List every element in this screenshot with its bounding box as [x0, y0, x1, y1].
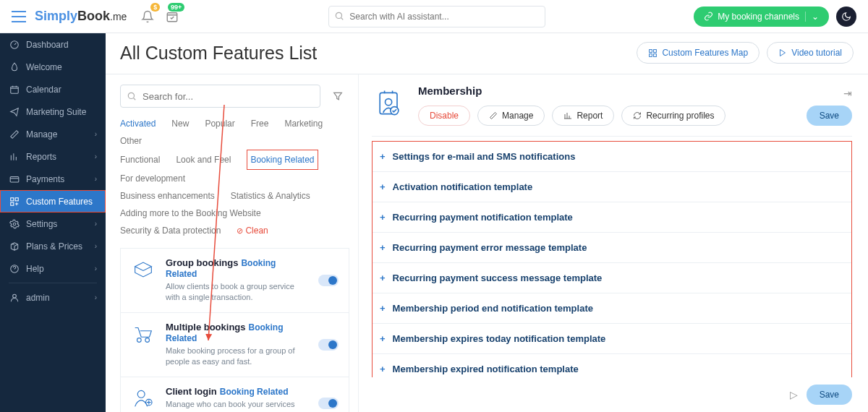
sidebar-item-marketing-suite[interactable]: Marketing Suite — [0, 100, 106, 123]
sidebar-icon — [9, 173, 20, 184]
detail-row[interactable]: +Membership period end notification temp… — [373, 293, 851, 324]
sidebar-item-reports[interactable]: Reports› — [0, 145, 106, 168]
detail-row[interactable]: +Membership expired notification templat… — [373, 354, 851, 377]
sidebar-item-calendar[interactable]: Calendar — [0, 78, 106, 100]
top-bar: SimplyBook.me $ 99+ My booking channels … — [0, 0, 868, 33]
chevron-right-icon: › — [95, 175, 97, 183]
svg-point-10 — [12, 294, 16, 298]
chevron-right-icon: › — [95, 293, 97, 301]
detail-title: Membership — [418, 85, 852, 97]
sidebar-icon — [9, 84, 20, 95]
svg-rect-11 — [650, 49, 652, 52]
plus-icon: + — [380, 333, 386, 344]
tag-look-and-feel[interactable]: Look and Feel — [176, 151, 231, 168]
sidebar-item-plans-prices[interactable]: Plans & Prices› — [0, 235, 106, 257]
sidebar-item-help[interactable]: Help› — [0, 257, 106, 280]
chevron-right-icon: › — [95, 265, 97, 272]
menu-toggle[interactable] — [12, 11, 26, 22]
feature-detail-pane: ⇥ Membership Disable Manage — [359, 74, 868, 412]
theme-toggle[interactable] — [836, 7, 856, 27]
feature-toggle[interactable] — [318, 339, 339, 351]
tag-functional[interactable]: Functional — [120, 151, 160, 168]
tag-adding-more-to-the-booking-website[interactable]: Adding more to the Booking Website — [120, 205, 261, 222]
chevron-right-icon: › — [95, 242, 97, 250]
filter-button[interactable] — [326, 85, 349, 108]
tag-other[interactable]: Other — [120, 132, 142, 150]
save-button-top[interactable]: Save — [807, 106, 852, 126]
tag-marketing[interactable]: Marketing — [284, 115, 323, 132]
sidebar-item-welcome[interactable]: Welcome — [0, 56, 106, 78]
plus-icon: + — [380, 303, 386, 314]
svg-rect-14 — [654, 53, 657, 56]
sidebar-item-manage[interactable]: Manage› — [0, 123, 106, 145]
expand-icon[interactable]: ⇥ — [843, 87, 852, 99]
feature-search-input[interactable] — [120, 85, 320, 108]
tag-activated[interactable]: Activated — [120, 115, 156, 132]
feature-tag[interactable]: Booking Related — [220, 387, 289, 397]
chevron-right-icon: › — [95, 220, 97, 228]
sidebar-icon — [9, 196, 20, 207]
tag-popular[interactable]: Popular — [205, 115, 234, 132]
global-search-input[interactable] — [328, 6, 545, 27]
sidebar-item-dashboard[interactable]: Dashboard — [0, 33, 106, 56]
recurring-profiles-button[interactable]: Recurring profiles — [621, 106, 726, 126]
svg-point-25 — [386, 99, 392, 106]
plus-icon: + — [380, 242, 386, 253]
video-tutorial-button[interactable]: Video tutorial — [767, 42, 854, 64]
next-arrow[interactable]: ▷ — [790, 389, 798, 400]
plus-icon: + — [380, 181, 386, 192]
custom-features-map-button[interactable]: Custom Features Map — [637, 42, 760, 64]
membership-icon — [372, 86, 407, 121]
detail-row[interactable]: +Recurring payment error message templat… — [373, 233, 851, 263]
plus-icon: + — [380, 151, 386, 162]
svg-point-15 — [128, 93, 134, 98]
detail-row[interactable]: +Recurring payment notification template — [373, 202, 851, 233]
svg-point-18 — [137, 390, 145, 398]
chevron-right-icon: › — [95, 153, 97, 160]
plus-icon: + — [380, 272, 386, 283]
feature-card-group-bookings[interactable]: Group bookingsBooking RelatedAllow clien… — [120, 249, 349, 313]
feature-toggle[interactable] — [318, 275, 339, 286]
svg-point-16 — [137, 338, 142, 342]
tag-clean[interactable]: Clean — [237, 222, 268, 239]
svg-rect-3 — [10, 86, 18, 93]
feature-card-multiple-bookings[interactable]: Multiple bookingsBooking RelatedMake boo… — [120, 313, 349, 377]
detail-row[interactable]: +Recurring payment success message templ… — [373, 263, 851, 293]
sidebar-item-admin[interactable]: admin › — [0, 286, 106, 309]
svg-rect-0 — [168, 12, 178, 21]
detail-row[interactable]: +Membership expires today notification t… — [373, 324, 851, 354]
tag-statistics-analytics[interactable]: Statistics & Analytics — [231, 187, 310, 205]
tag-new[interactable]: New — [171, 115, 189, 132]
sidebar-item-payments[interactable]: Payments› — [0, 168, 106, 190]
disable-button[interactable]: Disable — [418, 106, 470, 126]
feature-icon — [131, 386, 156, 411]
detail-row[interactable]: +Settings for e-mail and SMS notificatio… — [373, 142, 851, 172]
feature-icon — [131, 257, 156, 282]
manage-button[interactable]: Manage — [477, 106, 545, 126]
bell-icon[interactable]: $ — [140, 9, 156, 25]
detail-row[interactable]: +Activation notification template — [373, 172, 851, 202]
sidebar-icon — [9, 263, 20, 274]
booking-channels-button[interactable]: My booking channels ⌄ — [694, 7, 829, 27]
sidebar-icon — [9, 241, 20, 252]
tag-business-enhancements[interactable]: Business enhancements — [120, 187, 215, 205]
calendar-check-icon[interactable]: 99+ — [164, 9, 180, 25]
feature-card-client-login[interactable]: Client loginBooking RelatedManage who ca… — [120, 377, 349, 412]
logo[interactable]: SimplyBook.me — [35, 9, 127, 24]
tag-booking-related[interactable]: Booking Related — [247, 150, 318, 170]
sidebar-item-custom-features[interactable]: Custom Features — [0, 190, 106, 213]
report-button[interactable]: Report — [552, 106, 614, 126]
save-button-bottom[interactable]: Save — [807, 385, 852, 405]
tag-free[interactable]: Free — [251, 115, 269, 132]
tag-for-development[interactable]: For development — [120, 170, 185, 187]
svg-rect-5 — [10, 197, 13, 200]
sidebar-icon — [9, 218, 20, 229]
main: All Custom Features List Custom Features… — [106, 33, 868, 412]
svg-rect-6 — [15, 197, 18, 200]
calendar-badge: 99+ — [168, 3, 184, 12]
sidebar-icon — [9, 129, 20, 140]
feature-toggle[interactable] — [318, 398, 339, 409]
sidebar-item-settings[interactable]: Settings› — [0, 213, 106, 235]
tag-security-data-protection[interactable]: Security & Data protection — [120, 222, 221, 239]
svg-rect-7 — [10, 202, 13, 205]
